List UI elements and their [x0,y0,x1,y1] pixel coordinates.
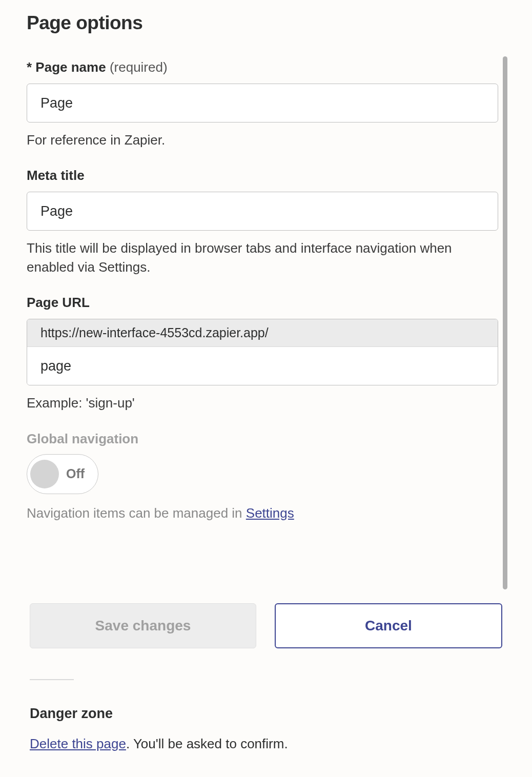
global-nav-toggle[interactable]: Off [27,454,98,494]
meta-title-input[interactable] [27,192,498,231]
global-nav-help: Navigation items can be managed in Setti… [27,505,498,521]
cancel-button[interactable]: Cancel [275,603,502,648]
meta-title-help: This title will be displayed in browser … [27,239,498,276]
page-url-field: Page URL https://new-interface-4553cd.za… [27,295,498,412]
danger-zone-heading: Danger zone [30,706,505,722]
danger-zone-text: Delete this page. You'll be asked to con… [30,736,505,752]
page-url-input[interactable] [27,347,498,385]
toggle-knob [30,460,59,488]
scrollbar[interactable] [503,56,507,589]
page-name-label-text: Page name [35,59,106,75]
required-hint: (required) [110,59,168,75]
page-title: Page options [27,12,505,34]
meta-title-field: Meta title This title will be displayed … [27,168,498,276]
meta-title-label: Meta title [27,168,498,183]
page-name-field: * Page name (required) For reference in … [27,59,498,149]
page-url-label: Page URL [27,295,498,311]
toggle-state-label: Off [66,466,85,481]
page-name-input[interactable] [27,84,498,122]
save-button[interactable]: Save changes [30,603,256,648]
divider [30,679,74,680]
button-row: Save changes Cancel [30,603,502,648]
danger-zone: Danger zone Delete this page. You'll be … [27,706,505,752]
settings-link[interactable]: Settings [246,505,294,521]
page-url-help: Example: 'sign-up' [27,394,498,412]
delete-page-link[interactable]: Delete this page [30,736,126,751]
global-nav-field: Global navigation Off Navigation items c… [27,431,498,521]
global-nav-label: Global navigation [27,431,498,447]
page-name-help: For reference in Zapier. [27,131,498,149]
page-url-prefix: https://new-interface-4553cd.zapier.app/ [27,319,498,347]
page-name-label: * Page name (required) [27,59,498,75]
required-star: * [27,59,32,75]
